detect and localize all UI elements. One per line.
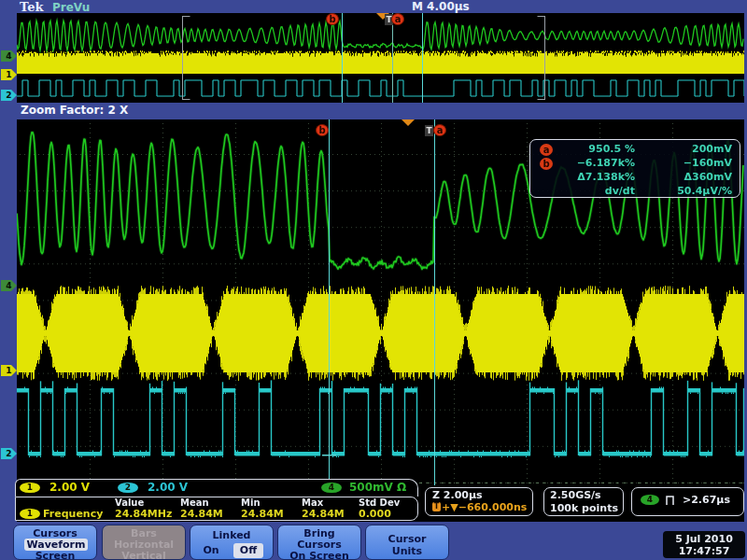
readout-b-percent: −6.187k%	[577, 157, 635, 169]
channel1-pill[interactable]: 1	[20, 483, 40, 493]
tek-logo: Tek	[20, 0, 43, 14]
bottom-menu-bar: Cursors Waveform Screen Bars Horizontal …	[0, 522, 747, 560]
readout-dvdt-label: dv/dt	[605, 185, 635, 197]
horizontal-scale-box: Z 2.00µs T +▼−660.000ns	[425, 487, 533, 516]
on-screen-label: On Screen	[278, 550, 360, 560]
measurement-source-pill: 1	[20, 509, 40, 519]
date-readout: 5 Jul 2010	[663, 533, 745, 545]
pulse-width-trigger-icon	[666, 494, 679, 506]
meas-max: 24.84M	[302, 508, 345, 520]
cursor-units-label2: Units	[366, 545, 448, 557]
delay-readout: +▼−660.000ns	[442, 501, 527, 513]
readout-a-voltage: 200mV	[692, 143, 732, 155]
meas-header-value: Value	[115, 497, 144, 508]
acquisition-status: PreVu	[52, 1, 90, 14]
screen-label: Screen	[14, 550, 96, 560]
meas-mean: 24.84M	[180, 508, 223, 520]
overview-channel4-badge[interactable]: 4	[1, 50, 17, 62]
channel2-scale: 2.00 V	[148, 481, 188, 494]
trigger-source-pill: 4	[641, 495, 659, 505]
meas-value: 24.84MHz	[115, 508, 172, 520]
linked-off-chip[interactable]: Off	[233, 543, 263, 558]
zoom-factor-label: Zoom Factor: 2 X	[21, 104, 128, 117]
channel4-pill[interactable]: 4	[321, 483, 342, 493]
meas-header-min: Min	[241, 497, 261, 508]
main-channel1-badge[interactable]: 1	[1, 365, 17, 376]
delay-trigger-icon: T	[432, 502, 441, 511]
overview-waveform-canvas	[17, 13, 744, 103]
cursor-readout-box: a 950.5 % 200mV b −6.187k% −160mV Δ7.138…	[529, 139, 740, 198]
overview-window	[17, 13, 744, 103]
main-channel4-badge[interactable]: 4	[1, 280, 17, 291]
datetime-box: 5 Jul 2010 17:47:57	[663, 531, 745, 558]
main-cursor-b-marker[interactable]: b	[316, 124, 329, 136]
main-trigger-position-icon[interactable]	[402, 119, 415, 126]
cursor-units-button[interactable]: Cursor Units	[365, 525, 449, 560]
readout-b-icon: b	[540, 158, 553, 170]
overview-cursor-b-marker[interactable]: b	[326, 13, 339, 25]
readout-b-voltage: −160mV	[684, 157, 732, 169]
linked-label: Linked	[190, 529, 273, 541]
main-cursor-a-marker[interactable]: a	[433, 124, 446, 136]
acquisition-box: 2.50GS/s 100k points	[543, 487, 624, 516]
time-readout: 17:47:57	[663, 545, 745, 557]
trigger-condition-readout: >2.67µs	[683, 494, 730, 506]
trigger-box: 4 >2.67µs	[631, 487, 744, 516]
channel2-pill[interactable]: 2	[118, 483, 138, 493]
sample-rate-readout: 2.50GS/s	[550, 489, 601, 501]
measurement-name: Frequency	[43, 508, 103, 520]
channel-readout-bar: 1 2.00 V 2 2.00 V 4 500mV Ω	[15, 479, 418, 497]
readout-dvdt-value: 50.4µV/%	[677, 185, 732, 197]
meas-header-max: Max	[302, 497, 323, 508]
readout-a-icon: a	[540, 144, 553, 156]
bring-cursors-button[interactable]: Bring Cursors On Screen	[277, 525, 361, 560]
channel4-scale: 500mV Ω	[349, 481, 406, 494]
meas-header-stddev: Std Dev	[359, 497, 400, 508]
linked-button[interactable]: Linked On Off	[190, 525, 274, 560]
timebase-readout: M 4.00µs	[412, 0, 470, 13]
record-length-readout: 100k points	[550, 502, 618, 514]
overview-cursor-a-marker[interactable]: a	[391, 13, 404, 25]
cursors-screen-button[interactable]: Cursors Waveform Screen	[13, 525, 97, 560]
cursor-units-label1: Cursor	[366, 533, 448, 545]
measurement-table: Value Mean Min Max Std Dev 1 Frequency 2…	[15, 497, 418, 521]
main-channel2-badge[interactable]: 2	[1, 448, 17, 459]
main-trigger-t-label: T	[425, 125, 433, 136]
overview-channel1-badge[interactable]: 1	[1, 69, 17, 80]
channel1-scale: 2.00 V	[49, 481, 90, 494]
readout-a-percent: 950.5 %	[588, 143, 635, 155]
overview-channel2-badge[interactable]: 2	[1, 90, 17, 101]
meas-stddev: 0.000	[359, 508, 391, 520]
meas-header-mean: Mean	[180, 497, 209, 508]
readout-delta-voltage: Δ360mV	[684, 171, 732, 183]
readout-delta-percent: Δ7.138k%	[577, 171, 635, 183]
meas-min: 24.84M	[241, 508, 284, 520]
zoom-scale-readout: Z 2.00µs	[432, 489, 483, 501]
